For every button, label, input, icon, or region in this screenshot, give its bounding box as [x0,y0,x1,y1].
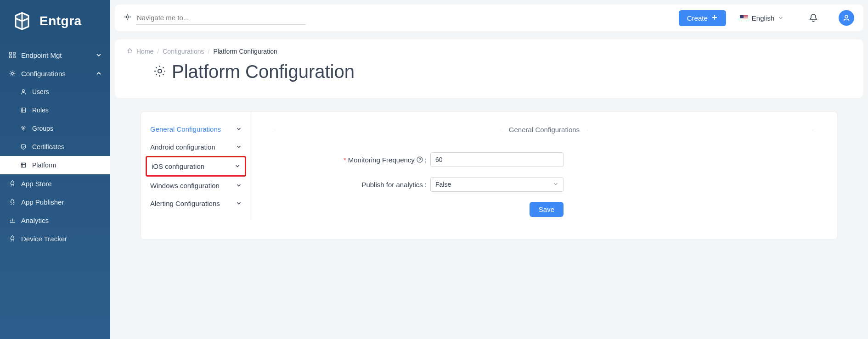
sidebar-nav: Endpoint Mgt Configurations Users Roles [0,46,110,339]
nav-label: Groups [32,125,102,132]
create-button[interactable]: Create [679,10,726,26]
chart-icon [8,216,17,224]
rocket-icon [8,234,17,243]
config-nav-label: iOS configuration [152,162,204,170]
flag-icon [740,15,748,21]
language-label: English [752,14,774,22]
publish-label: Publish for analytics : [274,181,430,189]
monitoring-input[interactable] [430,152,564,167]
nav-label: App Store [21,180,102,188]
sidebar-item-endpoint-mgt[interactable]: Endpoint Mgt [0,46,110,64]
chevron-down-icon [236,143,242,151]
navigate-input[interactable] [136,11,306,25]
brand-logo: Entgra [0,0,110,46]
content-area: General Configurations Android configura… [141,111,838,239]
plus-icon [711,14,718,22]
nav-label: App Publisher [21,198,102,206]
breadcrumb: Home / Configurations / Platform Configu… [127,48,851,55]
grid-icon [8,51,17,59]
config-nav-label: Windows configuration [150,182,220,189]
groups-icon [19,124,28,133]
language-selector[interactable]: English [735,14,788,22]
monitoring-label: * Monitoring Frequency : [274,156,430,164]
nav-label: Certificates [32,143,102,150]
config-nav-android[interactable]: Android configuration [146,138,246,156]
page-card: Home / Configurations / Platform Configu… [115,39,863,98]
main: Create English Home / Configurations / P… [110,0,868,339]
form-row-monitoring: * Monitoring Frequency : [274,152,814,167]
save-button[interactable]: Save [530,202,564,217]
sidebar-item-users[interactable]: Users [0,83,110,101]
svg-rect-0 [10,52,11,54]
config-nav-general[interactable]: General Configurations [146,120,246,138]
rocket-icon [8,198,17,206]
svg-rect-3 [13,56,15,58]
sidebar-item-analytics[interactable]: Analytics [0,211,110,229]
brand-icon [11,10,33,32]
chevron-down-icon [236,125,242,133]
target-icon [124,13,131,22]
svg-point-9 [23,129,24,130]
sidebar-item-certificates[interactable]: Certificates [0,138,110,156]
section-divider: General Configurations [274,126,814,134]
publish-select[interactable]: False [430,177,564,192]
help-icon[interactable] [417,156,423,163]
config-nav-ios[interactable]: iOS configuration [146,156,246,177]
breadcrumb-current: Platform Configuration [213,48,277,55]
config-nav-alerting[interactable]: Alerting Configurations [146,195,246,212]
topbar: Create English [115,5,863,31]
navigate-box [124,11,306,25]
nav-label: Users [32,88,102,95]
roles-icon [19,106,28,114]
config-nav: General Configurations Android configura… [141,112,251,221]
chevron-down-icon [96,52,102,58]
shield-icon [19,143,28,151]
gear-icon [8,69,17,78]
bell-icon[interactable] [808,13,818,23]
sidebar: Entgra Endpoint Mgt Configurations Users [0,0,110,339]
config-form: General Configurations * Monitoring Freq… [251,112,837,221]
chevron-down-icon [553,181,558,188]
chevron-up-icon [96,70,102,77]
sidebar-item-roles[interactable]: Roles [0,101,110,119]
breadcrumb-home[interactable]: Home [136,48,153,55]
config-nav-label: General Configurations [150,125,221,133]
svg-rect-10 [21,163,25,167]
sidebar-item-device-tracker[interactable]: Device Tracker [0,229,110,248]
svg-rect-1 [13,52,15,54]
nav-label: Roles [32,106,102,114]
sidebar-sub-configurations: Users Roles Groups Certificates Platform [0,83,110,174]
chevron-down-icon [236,182,242,189]
svg-point-4 [11,72,13,74]
svg-point-8 [24,127,25,128]
breadcrumb-sep: / [208,48,210,55]
config-nav-label: Alerting Configurations [150,200,220,207]
sidebar-item-app-publisher[interactable]: App Publisher [0,193,110,211]
create-label: Create [687,14,708,22]
breadcrumb-configurations[interactable]: Configurations [163,48,204,55]
gear-icon [152,64,167,80]
svg-point-13 [158,69,162,73]
publish-value: False [435,181,451,188]
rocket-icon [8,179,17,188]
user-icon [19,88,28,96]
svg-point-7 [22,127,23,128]
sidebar-item-configurations[interactable]: Configurations [0,64,110,83]
avatar[interactable] [839,10,854,26]
svg-point-11 [126,16,129,18]
nav-label: Configurations [21,70,96,78]
platform-icon [19,161,28,169]
sidebar-item-groups[interactable]: Groups [0,119,110,138]
nav-label: Analytics [21,217,102,224]
nav-label: Endpoint Mgt [21,51,96,59]
chevron-down-icon [778,14,783,22]
sidebar-item-app-store[interactable]: App Store [0,174,110,193]
config-nav-windows[interactable]: Windows configuration [146,177,246,195]
required-marker: * [344,156,346,164]
chevron-down-icon [235,162,240,170]
svg-point-5 [23,89,25,92]
svg-point-12 [845,16,848,18]
nav-label: Device Tracker [21,235,102,243]
sidebar-item-platform[interactable]: Platform [0,156,110,174]
page-title-row: Platform Configuration [127,61,851,82]
